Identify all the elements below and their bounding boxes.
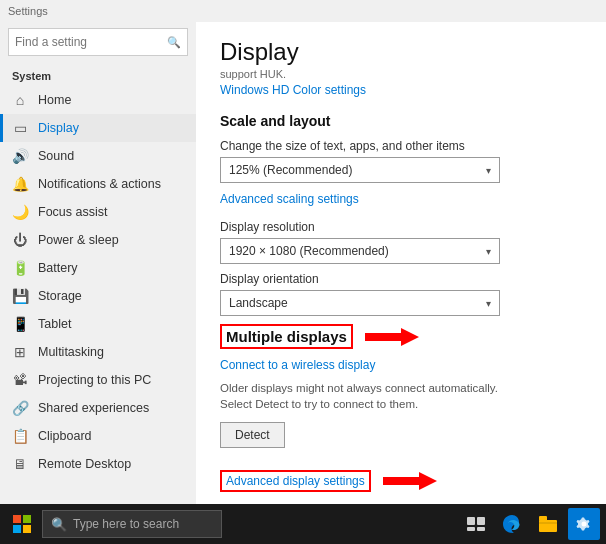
task-view-button[interactable] bbox=[460, 508, 492, 540]
notifications-icon: 🔔 bbox=[12, 176, 28, 192]
sidebar-item-display-label: Display bbox=[38, 121, 79, 135]
task-view-icon bbox=[467, 517, 485, 531]
sidebar-item-battery[interactable]: 🔋 Battery bbox=[0, 254, 196, 282]
svg-rect-5 bbox=[23, 525, 31, 533]
title-bar: Settings bbox=[0, 0, 606, 22]
sidebar-item-clipboard[interactable]: 📋 Clipboard bbox=[0, 422, 196, 450]
sidebar-item-display[interactable]: ▭ Display bbox=[0, 114, 196, 142]
sidebar-item-clipboard-label: Clipboard bbox=[38, 429, 92, 443]
multiple-displays-description: Older displays might not always connect … bbox=[220, 380, 520, 412]
sidebar-item-battery-label: Battery bbox=[38, 261, 78, 275]
scale-section-title: Scale and layout bbox=[220, 113, 582, 129]
sidebar-item-remote-label: Remote Desktop bbox=[38, 457, 131, 471]
sidebar-item-power-sleep-label: Power & sleep bbox=[38, 233, 119, 247]
svg-rect-3 bbox=[23, 515, 31, 523]
display-icon: ▭ bbox=[12, 120, 28, 136]
sidebar-item-projecting[interactable]: 📽 Projecting to this PC bbox=[0, 366, 196, 394]
search-icon: 🔍 bbox=[167, 36, 181, 49]
system-section-label: System bbox=[0, 62, 196, 86]
tablet-icon: 📱 bbox=[12, 316, 28, 332]
main-content: Display support HUK. Windows HD Color se… bbox=[196, 22, 606, 504]
taskbar-search-box[interactable]: 🔍 Type here to search bbox=[42, 510, 222, 538]
search-box[interactable]: 🔍 bbox=[8, 28, 188, 56]
remote-desktop-icon: 🖥 bbox=[12, 456, 28, 472]
taskbar: 🔍 Type here to search bbox=[0, 504, 606, 544]
sidebar-item-focus-assist[interactable]: 🌙 Focus assist bbox=[0, 198, 196, 226]
search-input[interactable] bbox=[15, 35, 165, 49]
storage-icon: 💾 bbox=[12, 288, 28, 304]
resolution-dropdown[interactable]: 1920 × 1080 (Recommended) ▾ bbox=[220, 238, 500, 264]
sidebar-item-tablet[interactable]: 📱 Tablet bbox=[0, 310, 196, 338]
shared-experiences-icon: 🔗 bbox=[12, 400, 28, 416]
svg-rect-11 bbox=[539, 516, 547, 521]
settings-button[interactable] bbox=[568, 508, 600, 540]
sidebar-item-sound-label: Sound bbox=[38, 149, 74, 163]
sidebar-item-storage-label: Storage bbox=[38, 289, 82, 303]
svg-rect-9 bbox=[477, 527, 485, 531]
orientation-dropdown-arrow: ▾ bbox=[486, 298, 491, 309]
sidebar-item-notifications-label: Notifications & actions bbox=[38, 177, 161, 191]
svg-rect-10 bbox=[539, 520, 557, 532]
support-label: support HUK. bbox=[220, 68, 582, 80]
scale-dropdown-arrow: ▾ bbox=[486, 165, 491, 176]
resolution-value: 1920 × 1080 (Recommended) bbox=[229, 244, 389, 258]
resolution-dropdown-arrow: ▾ bbox=[486, 246, 491, 257]
scale-dropdown[interactable]: 125% (Recommended) ▾ bbox=[220, 157, 500, 183]
connect-wireless-link[interactable]: Connect to a wireless display bbox=[220, 358, 375, 372]
orientation-dropdown[interactable]: Landscape ▾ bbox=[220, 290, 500, 316]
detect-button[interactable]: Detect bbox=[220, 422, 285, 448]
taskbar-icons bbox=[460, 508, 600, 540]
windows-logo-icon bbox=[13, 515, 31, 533]
svg-marker-1 bbox=[383, 472, 437, 490]
sidebar-item-multitasking[interactable]: ⊞ Multitasking bbox=[0, 338, 196, 366]
page-title: Display bbox=[220, 38, 582, 66]
title-bar-label: Settings bbox=[8, 5, 48, 17]
hd-color-settings-link[interactable]: Windows HD Color settings bbox=[220, 83, 366, 97]
sidebar-item-shared-label: Shared experiences bbox=[38, 401, 149, 415]
svg-rect-8 bbox=[467, 527, 475, 531]
file-explorer-icon bbox=[539, 516, 557, 532]
advanced-scaling-link[interactable]: Advanced scaling settings bbox=[220, 192, 359, 206]
start-button[interactable] bbox=[6, 508, 38, 540]
projecting-icon: 📽 bbox=[12, 372, 28, 388]
multiple-displays-section: Multiple displays Connect to a wireless … bbox=[220, 324, 582, 460]
power-sleep-icon: ⏻ bbox=[12, 232, 28, 248]
home-icon: ⌂ bbox=[12, 92, 28, 108]
file-explorer-button[interactable] bbox=[532, 508, 564, 540]
advanced-display-arrow bbox=[383, 470, 437, 492]
taskbar-search-placeholder: Type here to search bbox=[73, 517, 179, 531]
svg-rect-6 bbox=[467, 517, 475, 525]
sidebar-item-shared-experiences[interactable]: 🔗 Shared experiences bbox=[0, 394, 196, 422]
sidebar-item-focus-assist-label: Focus assist bbox=[38, 205, 107, 219]
multiple-displays-arrow bbox=[365, 326, 419, 348]
sidebar-item-tablet-label: Tablet bbox=[38, 317, 71, 331]
advanced-display-wrapper: Advanced display settings bbox=[220, 470, 582, 492]
edge-button[interactable] bbox=[496, 508, 528, 540]
sidebar-item-home-label: Home bbox=[38, 93, 71, 107]
clipboard-icon: 📋 bbox=[12, 428, 28, 444]
svg-rect-2 bbox=[13, 515, 21, 523]
svg-rect-7 bbox=[477, 517, 485, 525]
multiple-displays-title: Multiple displays bbox=[220, 324, 353, 349]
sidebar-item-multitasking-label: Multitasking bbox=[38, 345, 104, 359]
sidebar-item-projecting-label: Projecting to this PC bbox=[38, 373, 151, 387]
sidebar-item-power-sleep[interactable]: ⏻ Power & sleep bbox=[0, 226, 196, 254]
change-size-label: Change the size of text, apps, and other… bbox=[220, 139, 582, 153]
orientation-label: Display orientation bbox=[220, 272, 582, 286]
sound-icon: 🔊 bbox=[12, 148, 28, 164]
svg-rect-4 bbox=[13, 525, 21, 533]
multitasking-icon: ⊞ bbox=[12, 344, 28, 360]
sidebar-item-home[interactable]: ⌂ Home bbox=[0, 86, 196, 114]
app-container: 🔍 System ⌂ Home ▭ Display 🔊 Sound 🔔 Noti… bbox=[0, 22, 606, 504]
edge-icon bbox=[502, 514, 522, 534]
resolution-label: Display resolution bbox=[220, 220, 582, 234]
scale-value: 125% (Recommended) bbox=[229, 163, 352, 177]
sidebar: 🔍 System ⌂ Home ▭ Display 🔊 Sound 🔔 Noti… bbox=[0, 22, 196, 504]
sidebar-item-storage[interactable]: 💾 Storage bbox=[0, 282, 196, 310]
sidebar-item-sound[interactable]: 🔊 Sound bbox=[0, 142, 196, 170]
sidebar-item-remote-desktop[interactable]: 🖥 Remote Desktop bbox=[0, 450, 196, 478]
sidebar-item-notifications[interactable]: 🔔 Notifications & actions bbox=[0, 170, 196, 198]
multiple-displays-header: Multiple displays bbox=[220, 324, 582, 349]
svg-marker-0 bbox=[365, 328, 419, 346]
advanced-display-link[interactable]: Advanced display settings bbox=[220, 470, 371, 492]
